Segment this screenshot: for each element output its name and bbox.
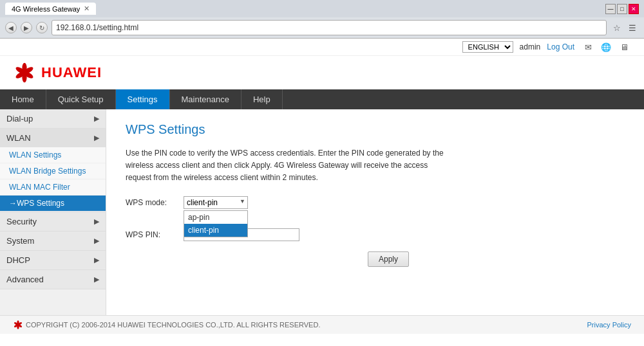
sidebar-section-security: Security ▶ bbox=[0, 212, 106, 232]
logo-text: HUAWEI bbox=[41, 64, 102, 81]
tab-close-icon[interactable]: ✕ bbox=[84, 5, 90, 13]
dialup-arrow-icon: ▶ bbox=[94, 114, 99, 123]
sidebar-header-advanced[interactable]: Advanced ▶ bbox=[0, 270, 106, 289]
window-controls: — □ ✕ bbox=[605, 4, 639, 14]
sidebar: Dial-up ▶ WLAN ▶ WLAN Settings WLAN Brid… bbox=[0, 109, 106, 315]
sidebar-section-system: System ▶ bbox=[0, 232, 106, 251]
nav-settings[interactable]: Settings bbox=[116, 89, 170, 109]
refresh-button[interactable]: ↻ bbox=[36, 22, 48, 33]
sidebar-section-dialup: Dial-up ▶ bbox=[0, 109, 106, 129]
nav-quick-setup[interactable]: Quick Setup bbox=[46, 89, 116, 109]
footer-copyright: COPYRIGHT (C) 2006-2014 HUAWEI TECHNOLOG… bbox=[26, 321, 320, 329]
logout-button[interactable]: Log Out bbox=[547, 42, 574, 51]
sidebar-sub-wlan: WLAN Settings WLAN Bridge Settings WLAN … bbox=[0, 147, 106, 212]
sidebar-section-wlan: WLAN ▶ WLAN Settings WLAN Bridge Setting… bbox=[0, 129, 106, 212]
sidebar-item-wps-settings[interactable]: →WPS Settings bbox=[0, 196, 106, 212]
bookmark-icon[interactable]: ☆ bbox=[611, 21, 623, 34]
wps-mode-select[interactable]: client-pin ap-pin bbox=[184, 196, 248, 209]
menu-icon[interactable]: ☰ bbox=[626, 21, 639, 34]
nav-home[interactable]: Home bbox=[0, 89, 46, 109]
sidebar-item-wlan-bridge[interactable]: WLAN Bridge Settings bbox=[0, 163, 106, 179]
monitor-icon: 🖥 bbox=[617, 42, 631, 52]
wps-mode-label: WPS mode: bbox=[126, 198, 177, 207]
logo-area: HUAWEI bbox=[13, 61, 102, 84]
username-label: admin bbox=[520, 42, 541, 51]
header: HUAWEI bbox=[0, 56, 644, 89]
browser-tab[interactable]: 4G Wireless Gateway ✕ bbox=[5, 3, 96, 15]
wlan-arrow-icon: ▶ bbox=[94, 134, 99, 142]
system-arrow-icon: ▶ bbox=[94, 237, 99, 245]
back-button[interactable]: ◀ bbox=[5, 22, 17, 33]
router-page: ENGLISH admin Log Out ✉ 🌐 🖥 HUAWEI Home bbox=[0, 39, 644, 315]
main-nav: Home Quick Setup Settings Maintenance He… bbox=[0, 89, 644, 109]
browser-action-buttons: ☆ ☰ bbox=[611, 21, 639, 34]
dhcp-arrow-icon: ▶ bbox=[94, 256, 99, 264]
url-bar[interactable]: 192.168.0.1/setting.html bbox=[52, 20, 607, 35]
wps-mode-row: WPS mode: client-pin ap-pin ap-pin clien… bbox=[126, 196, 625, 209]
dropdown-option-ap-pin[interactable]: ap-pin bbox=[184, 211, 247, 224]
forward-button[interactable]: ▶ bbox=[21, 22, 32, 33]
browser-titlebar: 4G Wireless Gateway ✕ — □ ✕ bbox=[0, 0, 644, 17]
main-layout: Dial-up ▶ WLAN ▶ WLAN Settings WLAN Brid… bbox=[0, 109, 644, 315]
sidebar-section-dhcp: DHCP ▶ bbox=[0, 251, 106, 270]
nav-help[interactable]: Help bbox=[242, 89, 283, 109]
footer: COPYRIGHT (C) 2006-2014 HUAWEI TECHNOLOG… bbox=[0, 315, 644, 334]
nav-maintenance[interactable]: Maintenance bbox=[170, 89, 242, 109]
footer-logo-icon bbox=[13, 320, 23, 330]
tab-title: 4G Wireless Gateway bbox=[12, 5, 80, 13]
page-description: Use the PIN code to verify the WPS acces… bbox=[126, 147, 448, 185]
browser-chrome: 4G Wireless Gateway ✕ — □ ✕ ◀ ▶ ↻ 192.16… bbox=[0, 0, 644, 39]
advanced-arrow-icon: ▶ bbox=[94, 275, 99, 284]
footer-privacy-policy[interactable]: Privacy Policy bbox=[587, 321, 631, 329]
browser-address-bar-row: ◀ ▶ ↻ 192.168.0.1/setting.html ☆ ☰ bbox=[0, 17, 644, 38]
minimize-button[interactable]: — bbox=[605, 4, 616, 14]
url-text: 192.168.0.1/setting.html bbox=[56, 23, 138, 32]
top-bar: ENGLISH admin Log Out ✉ 🌐 🖥 bbox=[0, 39, 644, 56]
dropdown-option-client-pin[interactable]: client-pin bbox=[184, 224, 247, 237]
sidebar-header-wlan[interactable]: WLAN ▶ bbox=[0, 129, 106, 147]
page-title: WPS Settings bbox=[126, 122, 625, 137]
sidebar-header-system[interactable]: System ▶ bbox=[0, 232, 106, 250]
wps-pin-label: WPS PIN: bbox=[126, 230, 177, 239]
mail-icon: ✉ bbox=[581, 42, 595, 52]
wps-mode-select-wrapper[interactable]: client-pin ap-pin ap-pin client-pin bbox=[184, 196, 248, 209]
sidebar-item-wlan-mac-filter[interactable]: WLAN MAC Filter bbox=[0, 179, 106, 196]
apply-button[interactable]: Apply bbox=[368, 251, 409, 267]
sidebar-header-security[interactable]: Security ▶ bbox=[0, 212, 106, 231]
globe-icon: 🌐 bbox=[599, 42, 613, 52]
top-icons: ✉ 🌐 🖥 bbox=[581, 42, 631, 52]
sidebar-header-dialup[interactable]: Dial-up ▶ bbox=[0, 109, 106, 128]
sidebar-item-wlan-settings[interactable]: WLAN Settings bbox=[0, 147, 106, 163]
language-select[interactable]: ENGLISH bbox=[462, 41, 513, 53]
maximize-button[interactable]: □ bbox=[617, 4, 627, 14]
apply-button-row: Apply bbox=[126, 251, 409, 267]
footer-logo: COPYRIGHT (C) 2006-2014 HUAWEI TECHNOLOG… bbox=[13, 320, 320, 330]
sidebar-header-dhcp[interactable]: DHCP ▶ bbox=[0, 251, 106, 269]
sidebar-section-advanced: Advanced ▶ bbox=[0, 270, 106, 289]
security-arrow-icon: ▶ bbox=[94, 217, 99, 226]
content-area: WPS Settings Use the PIN code to verify … bbox=[106, 109, 644, 315]
close-button[interactable]: ✕ bbox=[629, 4, 639, 14]
wps-mode-dropdown[interactable]: ap-pin client-pin bbox=[184, 210, 248, 237]
huawei-logo-icon bbox=[13, 61, 36, 84]
